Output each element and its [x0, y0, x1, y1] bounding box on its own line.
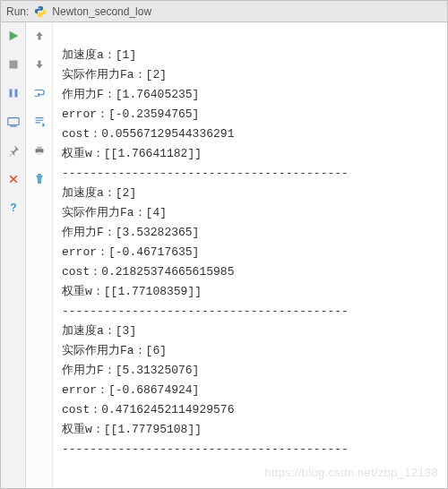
separator-line: ----------------------------------------… — [62, 167, 349, 180]
out-line: error：[-0.23594765] — [62, 107, 199, 121]
left-action-gutter: ? — [1, 22, 26, 488]
out-line: cost：0.05567129544336291 — [62, 127, 234, 141]
down-arrow-button[interactable] — [30, 55, 49, 74]
svg-rect-6 — [10, 125, 16, 126]
pause-button[interactable] — [4, 83, 23, 103]
svg-point-0 — [39, 6, 39, 7]
run-tool-titlebar: Run: Newton_second_low — [1, 1, 447, 22]
out-line: cost：0.21825374665615985 — [62, 265, 234, 279]
svg-rect-10 — [37, 152, 41, 156]
soft-wrap-button[interactable] — [30, 83, 49, 103]
out-line: 权重w：[[1.76641182]] — [62, 147, 202, 160]
run-tool-body: ? 加速度a：[1] 实际作用力Fa：[2] 作用力F：[1.76405235]… — [1, 22, 447, 488]
out-line: cost：0.47162452114929576 — [62, 403, 234, 416]
svg-point-1 — [42, 15, 43, 16]
out-line: 加速度a：[3] — [62, 324, 136, 338]
stop-button[interactable] — [4, 55, 23, 74]
out-line: 实际作用力Fa：[4] — [62, 206, 167, 219]
pin-button[interactable] — [4, 141, 23, 160]
console-gutter — [26, 22, 53, 488]
console-output[interactable]: 加速度a：[1] 实际作用力Fa：[2] 作用力F：[1.76405235] e… — [53, 22, 447, 488]
out-line: 作用力F：[1.76405235] — [62, 88, 199, 101]
scroll-to-end-button[interactable] — [30, 112, 49, 132]
help-button[interactable]: ? — [4, 198, 23, 218]
out-line: 权重w：[[1.77108359]] — [62, 285, 202, 298]
out-line: 权重w：[[1.77795108]] — [62, 423, 202, 436]
close-button[interactable] — [4, 169, 23, 189]
up-arrow-button[interactable] — [30, 26, 49, 46]
clear-all-button[interactable] — [30, 169, 49, 189]
out-line: error：[-0.68674924] — [62, 383, 199, 397]
python-file-icon — [34, 5, 47, 18]
out-line: error：[-0.46717635] — [62, 245, 199, 259]
svg-rect-3 — [9, 90, 12, 98]
separator-line: ----------------------------------------… — [62, 305, 349, 318]
svg-rect-9 — [37, 147, 41, 150]
out-line: 加速度a：[2] — [62, 186, 136, 200]
run-button[interactable] — [4, 26, 23, 46]
svg-rect-5 — [7, 118, 18, 125]
run-label: Run: — [6, 5, 29, 18]
svg-text:?: ? — [10, 202, 16, 214]
print-button[interactable] — [30, 141, 49, 160]
out-line: 实际作用力Fa：[6] — [62, 344, 167, 357]
out-line: 作用力F：[5.31325076] — [62, 364, 199, 377]
svg-rect-2 — [9, 61, 17, 69]
svg-rect-4 — [14, 90, 17, 98]
watermark-text: https://blog.csdn.net/zbp_12138 — [264, 463, 438, 483]
dump-threads-button[interactable] — [4, 112, 23, 132]
out-line: 加速度a：[1] — [62, 48, 136, 62]
out-line: 实际作用力Fa：[2] — [62, 68, 167, 82]
script-name: Newton_second_low — [52, 5, 151, 18]
out-line: 作用力F：[3.53282365] — [62, 226, 199, 239]
separator-line: ----------------------------------------… — [62, 442, 349, 456]
